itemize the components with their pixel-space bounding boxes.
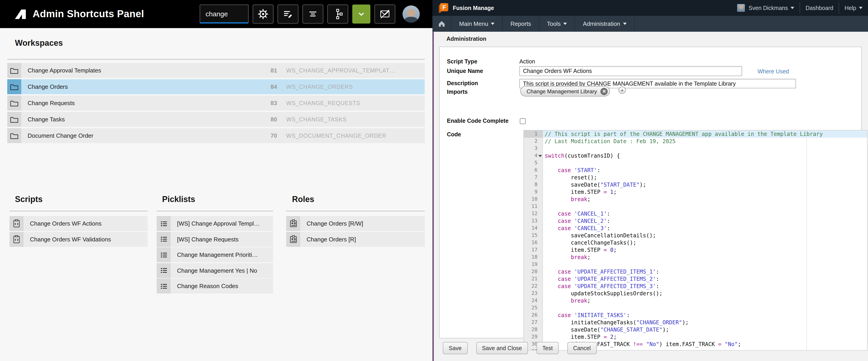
line-number[interactable]: 12 xyxy=(524,210,542,217)
line-number[interactable]: 9 xyxy=(524,188,542,196)
code-line[interactable]: break; xyxy=(543,254,867,261)
code-line[interactable]: item.STEP = 2; xyxy=(543,333,867,341)
picklist-item[interactable]: Change Reason Codes xyxy=(157,278,273,294)
code-line[interactable]: saveDate("CHANGE_START_DATE"); xyxy=(543,326,867,333)
add-import-button[interactable]: + xyxy=(619,87,626,94)
line-number[interactable]: 19 xyxy=(524,261,542,268)
user-avatar[interactable] xyxy=(403,5,420,23)
code-line[interactable]: break; xyxy=(543,196,867,203)
code-line[interactable]: case 'UPDATE_AFFECTED_ITEMS_3': xyxy=(543,283,867,290)
code-line[interactable]: // This script is part of the CHANGE MAN… xyxy=(543,130,867,138)
search-input[interactable] xyxy=(200,4,249,24)
code-line[interactable]: case 'CANCEL_2': xyxy=(543,217,867,225)
line-number[interactable]: 10 xyxy=(524,196,542,203)
edit-script-button[interactable] xyxy=(278,4,299,24)
line-number[interactable]: 5 xyxy=(524,159,542,167)
line-number[interactable]: 21 xyxy=(524,275,542,283)
workspace-row[interactable]: Document Change Order70WS_DOCUMENT_CHANG… xyxy=(7,128,425,143)
code-line[interactable]: case 'UPDATE_AFFECTED_ITEMS_2': xyxy=(543,275,867,283)
code-line[interactable]: switch(customTransID) { xyxy=(543,152,867,159)
line-number[interactable]: 27 xyxy=(524,319,542,326)
code-line[interactable]: break; xyxy=(543,297,867,304)
cancel-button[interactable]: Cancel xyxy=(567,342,596,354)
enable-code-complete-checkbox[interactable] xyxy=(520,118,526,124)
home-button[interactable] xyxy=(432,16,452,32)
code-line[interactable]: initiateChangeTasks("CHANGE_ORDER"); xyxy=(543,319,867,326)
where-used-link[interactable]: Where Used xyxy=(757,68,789,75)
line-number[interactable]: 2 xyxy=(524,138,542,145)
editor-code-area[interactable]: // This script is part of the CHANGE MAN… xyxy=(543,130,867,350)
list-view-button[interactable] xyxy=(303,4,323,24)
line-number[interactable]: 6 xyxy=(524,167,542,174)
line-number[interactable]: 8 xyxy=(524,181,542,188)
save-button[interactable]: Save xyxy=(443,342,467,354)
nav-tools[interactable]: Tools xyxy=(539,16,575,32)
line-number[interactable]: 23 xyxy=(524,290,542,297)
role-item[interactable]: Change Orders [R] xyxy=(286,232,425,247)
code-line[interactable] xyxy=(543,145,867,152)
dashboard-link[interactable]: Dashboard xyxy=(806,5,833,11)
line-number[interactable]: 4 xyxy=(524,152,542,159)
remove-import-button[interactable]: ✕ xyxy=(601,88,608,95)
line-number[interactable]: 7 xyxy=(524,174,542,181)
line-number[interactable]: 20 xyxy=(524,268,542,275)
line-number[interactable]: 1 xyxy=(524,130,542,138)
code-line[interactable]: saveDate("START_DATE"); xyxy=(543,181,867,188)
script-item[interactable]: Change Orders WF Validations xyxy=(9,232,148,247)
line-number[interactable]: 25 xyxy=(524,304,542,312)
code-line[interactable]: case 'INITIATE_TASKS': xyxy=(543,312,867,319)
line-number[interactable]: 13 xyxy=(524,217,542,225)
line-number[interactable]: 29 xyxy=(524,333,542,341)
line-number[interactable]: 18 xyxy=(524,254,542,261)
role-item[interactable]: Change Orders [R/W] xyxy=(286,216,425,231)
code-line[interactable]: updateStockSuppliesOrders(); xyxy=(543,290,867,297)
code-line[interactable] xyxy=(543,159,867,167)
code-line[interactable] xyxy=(543,261,867,268)
settings-button[interactable] xyxy=(253,4,274,24)
nav-main-menu[interactable]: Main Menu xyxy=(452,16,503,32)
code-line[interactable]: item.STEP = 0; xyxy=(543,246,867,254)
picklist-item[interactable]: Change Management Yes | No xyxy=(157,263,273,278)
apply-button[interactable] xyxy=(352,4,370,24)
script-item[interactable]: Change Orders WF Actions xyxy=(9,216,148,231)
line-number[interactable]: 11 xyxy=(524,203,542,210)
nav-reports[interactable]: Reports xyxy=(503,16,539,32)
code-line[interactable] xyxy=(543,304,867,312)
picklist-item[interactable]: [WS] Change Approval Templ… xyxy=(157,216,273,231)
workspace-row[interactable]: Change Requests83WS_CHANGE_REQUESTS xyxy=(7,96,425,111)
line-number[interactable]: 15 xyxy=(524,232,542,239)
line-number[interactable]: 3 xyxy=(524,145,542,152)
chevron-down-icon xyxy=(859,7,863,9)
code-line[interactable]: cancelChangeTasks(); xyxy=(543,239,867,246)
code-line[interactable]: case 'CANCEL_1': xyxy=(543,210,867,217)
mail-disabled-button[interactable] xyxy=(374,4,395,24)
code-line[interactable]: // Last Modification Date : Feb 19, 2025 xyxy=(543,138,867,145)
workspace-row[interactable]: Change Tasks80WS_CHANGE_TASKS xyxy=(7,112,425,127)
workspace-row[interactable]: Change Approval Templates81WS_CHANGE_APP… xyxy=(7,63,425,78)
line-number[interactable]: 16 xyxy=(524,239,542,246)
nav-administration[interactable]: Administration xyxy=(575,16,634,32)
workspace-row[interactable]: Change Orders84WS_CHANGE_ORDERS xyxy=(7,79,425,94)
save-and-close-button[interactable]: Save and Close xyxy=(476,342,528,354)
code-line[interactable]: reset(); xyxy=(543,174,867,181)
code-line[interactable]: case 'CANCEL_3': xyxy=(543,225,867,232)
code-editor[interactable]: 1234567891011121314151617181920212223242… xyxy=(523,130,868,351)
line-number[interactable]: 14 xyxy=(524,225,542,232)
line-number[interactable]: 22 xyxy=(524,283,542,290)
help-menu[interactable]: Help xyxy=(845,5,863,11)
line-number[interactable]: 28 xyxy=(524,326,542,333)
user-menu[interactable]: Sven Dickmans xyxy=(737,4,795,12)
line-number[interactable]: 24 xyxy=(524,297,542,304)
line-number[interactable]: 17 xyxy=(524,246,542,254)
line-number[interactable]: 26 xyxy=(524,312,542,319)
code-line[interactable]: item.STEP = 1; xyxy=(543,188,867,196)
code-line[interactable]: case 'UPDATE_AFFECTED_ITEMS_1': xyxy=(543,268,867,275)
workflow-button[interactable] xyxy=(328,4,348,24)
code-line[interactable] xyxy=(543,203,867,210)
code-line[interactable]: case 'START': xyxy=(543,167,867,174)
picklist-item[interactable]: Change Management Prioriti… xyxy=(157,247,273,262)
picklist-item[interactable]: [WS] Change Requests xyxy=(157,232,273,247)
unique-name-input[interactable] xyxy=(519,66,742,76)
test-button[interactable]: Test xyxy=(536,342,559,354)
code-line[interactable]: saveCancellationDetails(); xyxy=(543,232,867,239)
